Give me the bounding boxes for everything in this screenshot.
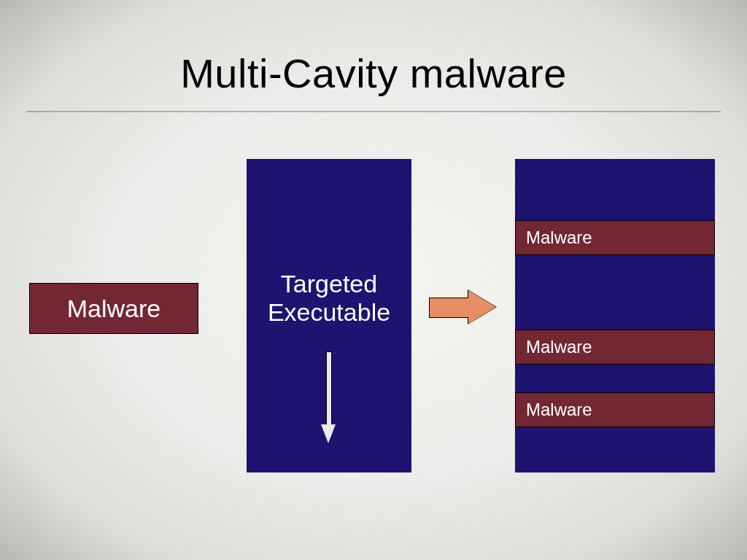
arrow-right-icon: [429, 290, 498, 324]
segment-navy: [515, 255, 715, 330]
arrow-down-icon: [322, 351, 334, 446]
malware-box-left-label: Malware: [67, 295, 160, 323]
targeted-executable-line1: Targeted: [281, 270, 377, 298]
slide-title: Multi-Cavity malware: [0, 50, 747, 97]
segment-navy: [515, 427, 715, 472]
segment-malware-label: Malware: [526, 337, 592, 357]
segment-malware: Malware: [515, 220, 715, 255]
segment-navy: [515, 159, 715, 220]
malware-box-left: Malware: [29, 283, 198, 334]
segment-malware: Malware: [515, 392, 715, 427]
targeted-executable-line2: Executable: [268, 298, 390, 326]
segment-malware-label: Malware: [526, 400, 592, 420]
segment-navy: [515, 365, 715, 392]
title-underline: [26, 111, 721, 112]
infected-executable-column: Malware Malware Malware: [515, 159, 715, 500]
segment-malware: Malware: [515, 330, 715, 365]
targeted-executable-label: Targeted Executable: [247, 270, 411, 327]
segment-malware-label: Malware: [526, 228, 592, 248]
